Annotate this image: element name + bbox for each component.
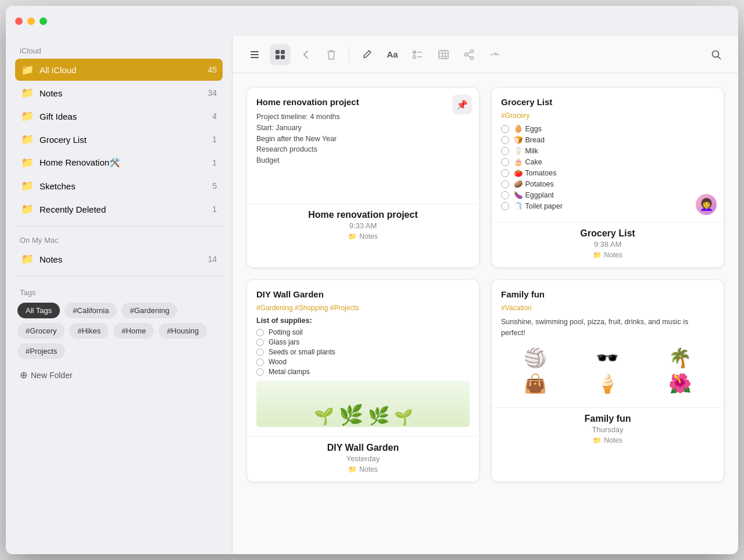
note-card-diy-garden[interactable]: DIY Wall Garden #Gardening #Shopping #Pr…	[246, 279, 480, 482]
note-folder-label: Notes	[604, 251, 622, 259]
sticker-4: 👜	[501, 372, 570, 394]
sidebar-item-notes-label: Notes	[40, 88, 208, 98]
sidebar-item-sketches[interactable]: 📁 Sketches 5	[15, 175, 223, 197]
tags-container: All Tags #California #Gardening #Grocery…	[15, 303, 223, 359]
svg-point-22	[713, 51, 719, 57]
tag-home[interactable]: #Home	[113, 323, 154, 339]
folder-icon: 📁	[21, 87, 34, 99]
note-time: 9:33 AM	[256, 221, 470, 230]
svg-rect-3	[276, 50, 280, 54]
svg-point-16	[465, 53, 468, 56]
note-preview-tag: #Vacation	[501, 304, 714, 312]
note-title: Grocery List	[501, 228, 714, 239]
note-time: 9:38 AM	[501, 240, 714, 249]
tags-label: Tags	[15, 288, 223, 297]
note-card-family-fun[interactable]: Family fun #Vacation Sunshine, swimming …	[491, 279, 724, 482]
sticker-5: 🍦	[573, 372, 642, 394]
format-button[interactable]: Aa	[382, 44, 403, 65]
tag-hikes[interactable]: #Hikes	[69, 323, 109, 339]
main-content: iCloud 📁 All iCloud 45 📁 Notes 34 📁 Gift…	[6, 36, 738, 554]
note-footer: DIY Wall Garden Yesterday 📁 Notes	[247, 437, 479, 482]
sidebar-item-all-icloud-count: 45	[208, 65, 217, 74]
sidebar-item-recently-deleted-label: Recently Deleted	[40, 204, 212, 214]
folder-icon: 📁	[21, 203, 34, 216]
delete-button[interactable]	[321, 44, 342, 65]
new-folder-button[interactable]: ⊕ New Folder	[15, 364, 223, 386]
note-preview: Grocery List #Grocery 🥚 Eggs 🍞 Bread 🥛 M…	[492, 88, 724, 222]
sticker-2: 🕶️	[573, 347, 642, 369]
grid-view-button[interactable]	[270, 44, 291, 65]
minimize-button[interactable]	[27, 17, 35, 25]
note-preview-title: DIY Wall Garden	[256, 289, 470, 299]
sidebar-item-grocery-list[interactable]: 📁 Grocery List 1	[15, 128, 223, 150]
folder-icon-small: 📁	[348, 465, 357, 473]
folder-icon-small: 📁	[593, 251, 602, 259]
back-button[interactable]	[295, 44, 316, 65]
sidebar-item-notes[interactable]: 📁 Notes 34	[15, 82, 223, 104]
title-bar	[6, 6, 738, 36]
folder-icon: 📁	[21, 110, 34, 123]
note-preview-tag: #Grocery	[501, 112, 714, 120]
checklist-button[interactable]	[407, 44, 428, 65]
sidebar-item-grocery-count: 1	[212, 135, 217, 144]
right-panel: Aa	[233, 36, 738, 554]
note-card-home-renovation[interactable]: Home renovation project Project timeline…	[246, 87, 480, 268]
sidebar-item-all-icloud[interactable]: 📁 All iCloud 45	[15, 59, 223, 81]
family-fun-desc: Sunshine, swimming pool, pizza, fruit, d…	[501, 317, 714, 339]
tag-grocery[interactable]: #Grocery	[17, 323, 65, 339]
toolbar: Aa	[233, 36, 738, 73]
tag-california[interactable]: #California	[65, 303, 117, 318]
share-button[interactable]	[459, 44, 480, 65]
table-button[interactable]	[433, 44, 454, 65]
note-folder-label: Notes	[604, 436, 622, 444]
sticker-6: 🌺	[646, 372, 714, 394]
search-button[interactable]	[706, 44, 727, 65]
sidebar-item-gift-ideas-count: 4	[212, 112, 217, 121]
svg-rect-8	[417, 52, 422, 53]
note-time: Thursday	[501, 425, 714, 434]
sidebar-item-mac-notes[interactable]: 📁 Notes 14	[15, 248, 223, 270]
plus-icon: ⊕	[20, 369, 27, 380]
sticker-3: 🌴	[646, 347, 714, 369]
sidebar-item-all-icloud-label: All iCloud	[40, 65, 208, 75]
note-title: Home renovation project	[256, 210, 470, 220]
folder-icon: 📁	[21, 133, 34, 146]
sidebar-item-home-reno-count: 1	[212, 158, 217, 167]
more-button[interactable]	[484, 44, 505, 65]
list-view-button[interactable]	[244, 44, 265, 65]
svg-rect-11	[439, 51, 448, 59]
note-folder-label: Notes	[359, 232, 377, 240]
note-preview-title: Home renovation project	[256, 97, 470, 107]
note-folder: 📁 Notes	[256, 465, 470, 473]
tag-projects[interactable]: #Projects	[17, 343, 65, 359]
note-card-grocery-list[interactable]: Grocery List #Grocery 🥚 Eggs 🍞 Bread 🥛 M…	[491, 87, 724, 268]
close-button[interactable]	[15, 17, 23, 25]
sticker-1: 🏐	[501, 347, 570, 369]
tag-housing[interactable]: #Housing	[159, 323, 207, 339]
tag-gardening[interactable]: #Gardening	[121, 303, 177, 318]
note-folder: 📁 Notes	[501, 251, 714, 259]
tag-all-tags[interactable]: All Tags	[17, 303, 60, 318]
sidebar-item-gift-ideas[interactable]: 📁 Gift Ideas 4	[15, 105, 223, 127]
garden-illustration: 🌱 🌿 🌿 🌱	[256, 380, 470, 427]
maximize-button[interactable]	[40, 17, 47, 25]
app-window: iCloud 📁 All iCloud 45 📁 Notes 34 📁 Gift…	[6, 6, 738, 554]
svg-line-20	[467, 55, 471, 58]
note-preview-text: Project timeline: 4 months Start: Januar…	[256, 112, 470, 166]
note-footer: Home renovation project 9:33 AM 📁 Notes	[247, 204, 479, 249]
note-title: Family fun	[501, 414, 714, 424]
svg-point-17	[471, 49, 474, 52]
svg-rect-5	[276, 55, 280, 59]
folder-icon: 📁	[21, 156, 34, 169]
sidebar-item-recently-deleted[interactable]: 📁 Recently Deleted 1	[15, 198, 223, 220]
sidebar-item-mac-notes-label: Notes	[40, 254, 208, 264]
note-preview: DIY Wall Garden #Gardening #Shopping #Pr…	[247, 280, 479, 437]
svg-rect-10	[417, 56, 422, 58]
sidebar-item-home-renovation[interactable]: 📁 Home Renovation🛠️ 1	[15, 152, 223, 174]
compose-button[interactable]	[356, 44, 377, 65]
pin-button[interactable]: 📌	[452, 95, 472, 114]
svg-rect-6	[281, 55, 285, 59]
diy-items: Potting soil Glass jars Seeds or small p…	[256, 328, 470, 376]
sidebar-divider	[15, 226, 223, 227]
sticker-grid: 🏐 🕶️ 🌴 👜 🍦 🌺	[501, 344, 714, 397]
